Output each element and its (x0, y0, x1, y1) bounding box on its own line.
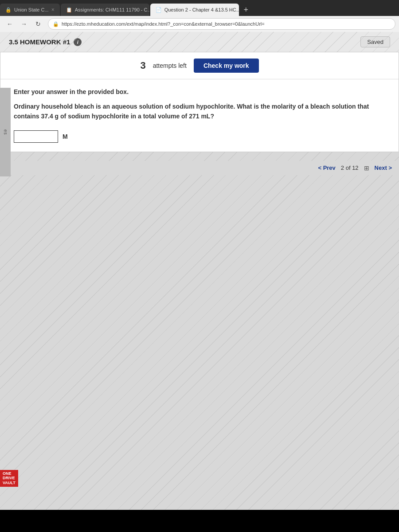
badge-line3: VAULT (3, 481, 16, 485)
unit-label: M (63, 133, 68, 140)
bottom-nav-bar: < Prev 2 of 12 ⊞ Next > (0, 161, 399, 175)
tab-2[interactable]: 📋 Assignments: CHM111 11790 - C... × (61, 4, 149, 16)
next-button[interactable]: Next > (375, 164, 392, 171)
tab-1-icon: 🔒 (5, 7, 12, 13)
forward-button[interactable]: → (18, 18, 30, 30)
info-icon[interactable]: i (74, 38, 82, 46)
nav-buttons: ← → ↻ (4, 18, 44, 30)
url-text: https://ezto.mheducation.com/ext/map/ind… (62, 21, 265, 27)
prev-button[interactable]: < Prev (318, 164, 335, 171)
grid-icon[interactable]: ⊞ (364, 164, 369, 172)
reload-button[interactable]: ↻ (32, 18, 44, 30)
side-nav: es (0, 88, 11, 176)
homework-title: 3.5 HOMEWORK #1 (9, 38, 70, 46)
header-bar: 3.5 HOMEWORK #1 i Saved (0, 32, 399, 52)
attempts-number: 3 (140, 60, 145, 71)
badge-line2: DRIVE (3, 476, 16, 481)
address-bar: ← → ↻ 🔒 https://ezto.mheducation.com/ext… (0, 16, 399, 32)
tab-3-icon: 📄 (156, 7, 162, 13)
homework-title-group: 3.5 HOMEWORK #1 i (9, 38, 82, 46)
instruction-text: Enter your answer in the provided box. (14, 88, 385, 95)
question-body: Enter your answer in the provided box. O… (0, 79, 399, 152)
attempts-label: attempts left (153, 62, 187, 69)
tab-1-label: Union State C... (14, 7, 49, 12)
tab-2-icon: 📋 (66, 7, 72, 13)
back-button[interactable]: ← (4, 18, 16, 30)
tab-2-label: Assignments: CHM111 11790 - C... (75, 7, 149, 12)
question-area: 3 attempts left Check my work Enter your… (0, 52, 399, 152)
tab-3-label: Question 2 - Chapter 4 &13.5 HC... (164, 7, 239, 12)
add-tab-button[interactable]: + (240, 4, 252, 16)
attempts-bar: 3 attempts left Check my work (0, 52, 399, 79)
tab-1[interactable]: 🔒 Union State C... × (0, 4, 60, 16)
page-content: 3.5 HOMEWORK #1 i Saved es 3 attempts le… (0, 32, 399, 510)
browser-chrome: 🔒 Union State C... × 📋 Assignments: CHM1… (0, 0, 399, 32)
lock-icon: 🔒 (53, 21, 59, 27)
tab-1-close[interactable]: × (51, 7, 55, 13)
page-indicator: 2 of 12 (341, 164, 359, 171)
corner-badge: ONE DRIVE VAULT (0, 470, 18, 487)
saved-button[interactable]: Saved (360, 36, 390, 47)
check-work-button[interactable]: Check my work (194, 59, 259, 73)
question-text: Ordinary household bleach is an aqueous … (14, 102, 385, 121)
answer-row: M (14, 130, 385, 143)
content-inner: es 3 attempts left Check my work Enter y… (0, 52, 399, 175)
tab-3[interactable]: 📄 Question 2 - Chapter 4 &13.5 HC... × (150, 4, 239, 16)
answer-input[interactable] (14, 130, 58, 143)
black-bottom-bar (0, 510, 399, 532)
address-input[interactable]: 🔒 https://ezto.mheducation.com/ext/map/i… (48, 18, 395, 30)
tab-bar: 🔒 Union State C... × 📋 Assignments: CHM1… (0, 0, 399, 16)
badge-line1: ONE (3, 471, 16, 476)
